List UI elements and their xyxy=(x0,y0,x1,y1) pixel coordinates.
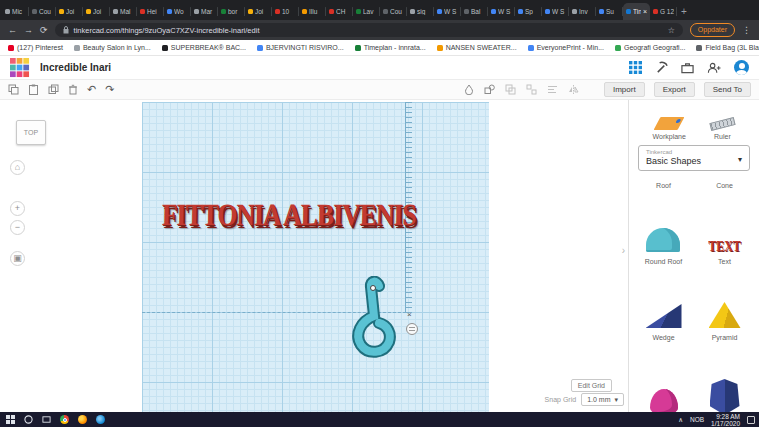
browser-tab[interactable]: G 12 × xyxy=(650,3,677,20)
action-center-icon[interactable] xyxy=(747,416,755,424)
rotate-handle[interactable] xyxy=(370,285,376,291)
shape-text[interactable]: TEXT Text xyxy=(708,240,741,265)
export-button[interactable]: Export xyxy=(654,82,695,98)
align-icon[interactable] xyxy=(547,84,558,95)
browser-tab[interactable]: 10 × xyxy=(272,3,299,20)
chrome-taskbar-icon[interactable] xyxy=(60,415,69,424)
text-shape[interactable]: FITTONIA ALBIVENIS xyxy=(162,200,416,231)
browser-tab[interactable]: Cou × xyxy=(29,3,56,20)
bookmark-item[interactable]: Field Bag (3L Black... xyxy=(696,44,759,51)
move-handle[interactable] xyxy=(406,323,418,335)
zoom-in-button[interactable]: + xyxy=(10,201,25,216)
bookmark-item[interactable]: Geografi Geografi... xyxy=(615,44,685,51)
apps-grid-icon[interactable] xyxy=(629,61,642,74)
shape-hex-prism[interactable] xyxy=(710,379,740,412)
language-indicator[interactable]: NOB xyxy=(690,416,704,423)
perspective-toggle-button[interactable]: ▣ xyxy=(10,251,25,266)
browser-menu-icon[interactable]: ⋮ xyxy=(742,25,751,35)
ungroup-icon[interactable] xyxy=(526,84,537,95)
browser-tab[interactable]: W S × xyxy=(488,3,515,20)
browser-tab[interactable]: Mic × xyxy=(2,3,29,20)
bookmark-item[interactable]: BJERVINGTI RISVIRO... xyxy=(257,44,344,51)
browser-tab[interactable]: W S × xyxy=(434,3,461,20)
workplane-grid[interactable] xyxy=(142,102,489,412)
tinkercad-logo[interactable] xyxy=(10,58,30,78)
avatar[interactable] xyxy=(734,60,749,75)
browser-tab[interactable]: Wo × xyxy=(164,3,191,20)
shape-wedge[interactable]: Wedge xyxy=(646,304,682,341)
shape-cone[interactable]: Cone xyxy=(716,182,733,189)
panel-collapse-chevron-icon[interactable]: › xyxy=(622,246,625,256)
back-button[interactable]: ← xyxy=(8,26,17,35)
redo-button[interactable]: ↷ xyxy=(105,84,114,95)
browser-tab[interactable]: Joi × xyxy=(56,3,83,20)
bookmark-item[interactable]: (127) Pinterest xyxy=(8,44,63,51)
edge-taskbar-icon[interactable] xyxy=(96,415,105,424)
copy-icon[interactable] xyxy=(8,84,19,95)
browser-tab[interactable]: Bal × xyxy=(461,3,488,20)
search-icon[interactable] xyxy=(24,415,33,424)
design-title[interactable]: Incredible Inari xyxy=(40,62,111,73)
browser-tab[interactable]: Su × xyxy=(596,3,623,20)
import-button[interactable]: Import xyxy=(604,82,645,98)
update-button[interactable]: Oppdater xyxy=(690,23,735,37)
browser-tab[interactable]: Mal × xyxy=(110,3,137,20)
delete-ruler-icon[interactable]: × xyxy=(407,311,412,319)
browser-tab[interactable]: Inv × xyxy=(569,3,596,20)
shapes-icon[interactable] xyxy=(484,84,495,95)
browser-tab[interactable]: W S × xyxy=(542,3,569,20)
design-canvas[interactable]: FITTONIA ALBIVENIS × TOP ⌂ + − ▣ Edit Gr… xyxy=(0,100,628,412)
browser-tab[interactable]: Tin × xyxy=(623,3,650,20)
bookmark-item[interactable]: NANSEN SWEATER... xyxy=(437,44,517,51)
browser-tab[interactable]: sig × xyxy=(407,3,434,20)
send-to-button[interactable]: Send To xyxy=(704,82,751,98)
tab-close-icon[interactable]: × xyxy=(643,8,647,15)
tray-expand-icon[interactable]: ∧ xyxy=(678,416,683,424)
browser-tab[interactable]: CH × xyxy=(326,3,353,20)
shape-roof[interactable]: Roof xyxy=(656,182,671,189)
pickaxe-icon[interactable] xyxy=(655,61,668,74)
undo-button[interactable]: ↶ xyxy=(87,84,96,95)
browser-tab[interactable]: Hei × xyxy=(137,3,164,20)
browser-tab[interactable]: Joi × xyxy=(245,3,272,20)
bookmark-item[interactable]: EveryonePrint - Min... xyxy=(528,44,604,51)
clock[interactable]: 9:28 AM 1/17/2020 xyxy=(711,413,740,427)
briefcase-icon[interactable] xyxy=(681,62,694,74)
workplane-tool[interactable]: Workplane xyxy=(653,117,686,140)
bookmark-item[interactable]: Timeplan - innrata... xyxy=(355,44,426,51)
add-person-icon[interactable] xyxy=(707,62,721,74)
drop-icon[interactable] xyxy=(464,84,474,95)
browser-tab[interactable]: Lav × xyxy=(353,3,380,20)
shape-round-roof[interactable]: Round Roof xyxy=(645,228,682,265)
browser-tab[interactable]: Sp × xyxy=(515,3,542,20)
duplicate-icon[interactable] xyxy=(48,84,59,95)
task-view-icon[interactable] xyxy=(42,415,51,424)
ruler-tool[interactable]: Ruler xyxy=(709,116,735,140)
start-button[interactable] xyxy=(6,415,15,424)
browser-tab[interactable]: Illu × xyxy=(299,3,326,20)
browser-tab[interactable]: Mar × xyxy=(191,3,218,20)
zoom-out-button[interactable]: − xyxy=(10,220,25,235)
new-tab-button[interactable]: + xyxy=(681,7,687,17)
browser-tab[interactable]: bor × xyxy=(218,3,245,20)
bookmark-star-icon[interactable]: ☆ xyxy=(668,26,675,35)
firefox-taskbar-icon[interactable] xyxy=(78,415,87,424)
shape-pyramid[interactable]: Pyramid xyxy=(709,302,741,341)
bookmark-item[interactable]: SUPERBREAK® BAC... xyxy=(162,44,246,51)
url-input[interactable]: tinkercad.com/things/9zuOyaC7XZV-incredi… xyxy=(55,23,683,37)
home-view-button[interactable]: ⌂ xyxy=(10,160,25,175)
forward-button[interactable]: → xyxy=(24,26,33,35)
flip-icon[interactable] xyxy=(568,84,579,95)
group-icon[interactable] xyxy=(505,84,516,95)
shape-paraboloid[interactable] xyxy=(650,389,678,412)
browser-tab[interactable]: Joi × xyxy=(83,3,110,20)
edit-grid-button[interactable]: Edit Grid xyxy=(571,379,612,392)
reload-button[interactable]: ⟳ xyxy=(40,26,48,35)
shape-library-select[interactable]: Tinkercad Basic Shapes ▾ xyxy=(638,145,750,171)
delete-icon[interactable] xyxy=(68,84,78,95)
paste-icon[interactable] xyxy=(28,84,39,95)
browser-tab[interactable]: Cou × xyxy=(380,3,407,20)
bookmark-item[interactable]: Beauty Salon in Lyn... xyxy=(74,44,151,51)
view-cube[interactable]: TOP xyxy=(16,120,46,145)
snap-grid-select[interactable]: 1.0 mm ▾ xyxy=(581,393,624,406)
